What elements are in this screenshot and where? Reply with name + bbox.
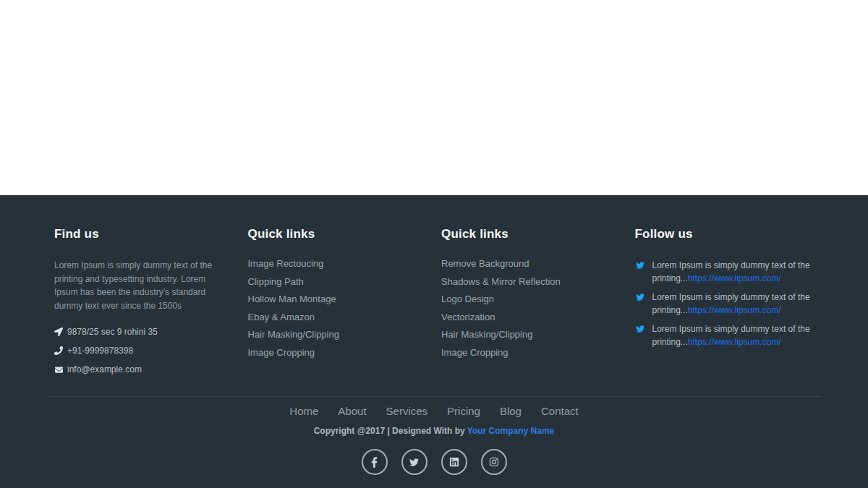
quick-links-2-list: Remove Background Shadows & Mirror Refle… (441, 259, 621, 357)
quick-links-column-2: Quick links Remove Background Shadows & … (434, 227, 628, 383)
quick-link[interactable]: Image Cropping (441, 348, 621, 358)
tweet-body: Lorem Ipsum is simply dummy text of the … (652, 291, 814, 317)
twitter-icon (409, 458, 420, 467)
quick-link[interactable]: Image Cropping (248, 348, 427, 358)
address-text: 9878/25 sec 9 rohini 35 (67, 327, 158, 337)
tweet-item: Lorem Ipsum is simply dummy text of the … (635, 259, 814, 285)
email-text: info@example.com (67, 364, 142, 374)
nav-item-contact[interactable]: Contact (541, 403, 579, 419)
quick-links-1-list: Image Rectoucing Clipping Path Hollow Ma… (248, 259, 427, 357)
quick-link[interactable]: Logo Design (441, 294, 621, 304)
company-link[interactable]: Your Company Name (467, 426, 554, 436)
twitter-icon (635, 259, 652, 285)
tweet-feed: Lorem Ipsum is simply dummy text of the … (635, 259, 814, 348)
quick-link[interactable]: Clipping Path (248, 277, 427, 287)
follow-us-heading: Follow us (635, 227, 814, 241)
tweet-link[interactable]: https://www.lipsum.com/ (688, 273, 781, 283)
location-arrow-icon (54, 328, 67, 336)
quick-link[interactable]: Hair Masking/Clipping (248, 330, 427, 340)
quick-link[interactable]: Shadows & Mirror Reflection (441, 277, 621, 287)
tweet-link[interactable]: https://www.lipsum.com/ (688, 337, 781, 347)
quick-link[interactable]: Ebay & Amazon (248, 312, 427, 322)
quick-links-1-heading: Quick links (248, 227, 427, 241)
page-blank-area (0, 0, 868, 195)
social-button-instagram[interactable] (481, 449, 507, 475)
quick-link[interactable]: Remove Background (441, 259, 621, 269)
phone-text: +91-9999878398 (67, 346, 133, 356)
twitter-icon (635, 322, 652, 348)
footer-divider (47, 396, 821, 397)
copyright-text: Copyright @2017 | Designed With by (314, 426, 467, 436)
nav-item-blog[interactable]: Blog (500, 403, 522, 419)
phone-item: +91-9999878398 (54, 346, 234, 356)
facebook-icon (371, 457, 378, 468)
quick-link[interactable]: Vectorization (441, 312, 621, 322)
tweet-item: Lorem Ipsum is simply dummy text of the … (635, 322, 814, 348)
address-item: 9878/25 sec 9 rohini 35 (54, 327, 234, 337)
instagram-icon (489, 457, 499, 467)
social-button-twitter[interactable] (401, 449, 427, 475)
follow-us-column: Follow us Lorem Ipsum is simply dummy te… (628, 227, 822, 383)
twitter-icon (635, 291, 652, 317)
footer: Find us Lorem Ipsum is simply dummy text… (0, 195, 868, 488)
nav-item-about[interactable]: About (338, 403, 366, 419)
nav-item-home[interactable]: Home (289, 403, 318, 419)
quick-link[interactable]: Hollow Man Montage (248, 294, 427, 304)
quick-link[interactable]: Hair Masking/Clipping (441, 330, 621, 340)
quick-link[interactable]: Image Rectoucing (248, 259, 427, 269)
find-us-description: Lorem Ipsum is simply dummy text of the … (54, 259, 226, 312)
tweet-body: Lorem Ipsum is simply dummy text of the … (652, 322, 814, 348)
find-us-heading: Find us (54, 227, 234, 241)
footer-nav: Home About Services Pricing Blog Contact (47, 403, 821, 419)
nav-item-pricing[interactable]: Pricing (447, 403, 480, 419)
social-bar (47, 449, 821, 475)
quick-links-column-1: Quick links Image Rectoucing Clipping Pa… (241, 227, 435, 383)
phone-icon (54, 346, 67, 355)
tweet-item: Lorem Ipsum is simply dummy text of the … (635, 291, 814, 317)
nav-item-services[interactable]: Services (386, 403, 428, 419)
email-item: info@example.com (54, 364, 234, 374)
quick-links-2-heading: Quick links (441, 227, 621, 241)
envelope-icon (54, 366, 67, 374)
social-button-linkedin[interactable] (441, 449, 467, 475)
contact-list: 9878/25 sec 9 rohini 35 +91-9999878398 i… (54, 327, 234, 374)
social-button-facebook[interactable] (362, 449, 388, 475)
tweet-body: Lorem Ipsum is simply dummy text of the … (652, 259, 814, 285)
footer-columns: Find us Lorem Ipsum is simply dummy text… (47, 227, 821, 383)
copyright: Copyright @2017 | Designed With by Your … (47, 426, 821, 437)
footer-container: Find us Lorem Ipsum is simply dummy text… (47, 227, 821, 475)
find-us-column: Find us Lorem Ipsum is simply dummy text… (47, 227, 241, 383)
tweet-link[interactable]: https://www.lipsum.com/ (688, 305, 781, 315)
linkedin-icon (449, 457, 459, 467)
